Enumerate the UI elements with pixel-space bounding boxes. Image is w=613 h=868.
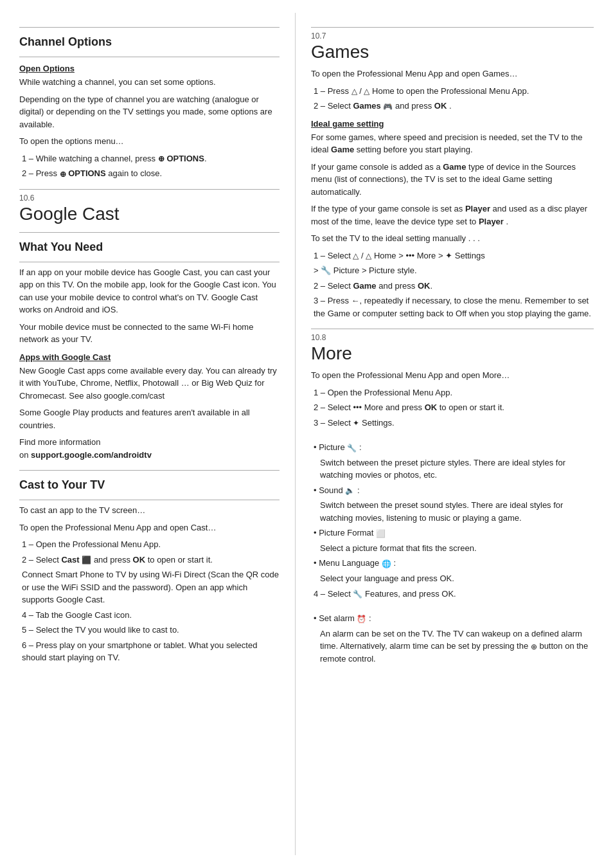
- channel-options-section: Channel Options Open Options While watch…: [19, 27, 280, 180]
- more-step4-pre: 4 – Select: [314, 589, 353, 599]
- cast-step3: Connect Smart Phone to TV by using Wi-Fi…: [19, 568, 280, 606]
- step1-num: 1 – While watching a channel, press: [22, 154, 155, 163]
- left-column: Channel Options Open Options While watch…: [0, 13, 296, 855]
- cast-to-tv-section: Cast to Your TV To cast an app to the TV…: [19, 470, 280, 664]
- google-cast-title: Google Cast: [19, 204, 280, 224]
- bullet4-post: :: [393, 558, 396, 568]
- home-icon-4: △: [366, 250, 371, 262]
- games-manual-step3: 3 – Press ←, repeatedly if necessary, to…: [311, 294, 594, 320]
- cast-step4-text: Tab the Google Cast icon.: [35, 610, 132, 620]
- more-bullet5-desc: An alarm can be set on the TV. The TV ca…: [311, 628, 594, 665]
- bullet1-pre: • Picture: [314, 442, 347, 452]
- games-manual-step1: 1 – Select △ / △ Home > ••• More > ✦ Set…: [311, 249, 594, 262]
- features-icon: 🔧: [353, 588, 362, 600]
- cast-rule-sub: [19, 500, 280, 500]
- open-options-subhead: Open Options: [19, 64, 280, 73]
- options-label-1: OPTIONS: [166, 154, 204, 163]
- games-rule-top: [311, 27, 594, 28]
- cast-step5-text: Select the TV you would like to cast to.: [36, 625, 179, 635]
- more-step2: 2 – Select ••• More and press OK to open…: [311, 401, 594, 414]
- games-step1-post: Home to open the Professional Menu App.: [372, 86, 529, 96]
- channel-para2: Depending on the type of channel you are…: [19, 93, 280, 131]
- channel-para1: While watching a channel, you can set so…: [19, 76, 280, 89]
- games-title: Games: [311, 42, 594, 62]
- gc-rule-sub2: [19, 262, 280, 262]
- more-intro: To open the Professional Menu App and op…: [311, 369, 594, 382]
- more-rule-top: [311, 329, 594, 329]
- top-rule: [19, 27, 280, 28]
- more-step3-pre: 3 – Select: [314, 418, 353, 428]
- gc-apps-para2: Some Google Play products and features a…: [19, 406, 280, 431]
- bullet5-desc-text: An alarm can be set on the TV. The TV ca…: [320, 629, 588, 664]
- games-step1: 1 – Press △ / △ Home to open the Profess…: [311, 85, 594, 98]
- games-label: Games: [353, 101, 380, 111]
- more-title: More: [311, 343, 594, 364]
- home-icon-3: △: [353, 250, 359, 262]
- more-bullet3: • Picture Format ⬜: [311, 527, 594, 539]
- cast-bold: Cast: [61, 555, 79, 565]
- ideal-para1: For some games, where speed and precisio…: [311, 131, 594, 156]
- format-icon: ⬜: [376, 528, 386, 539]
- bullet4-desc-text: Select your language and press OK.: [320, 574, 454, 583]
- more-step2-pre: 2 – Select ••• More and press: [314, 402, 425, 412]
- gm-step3-text: 3 – Press ←, repeatedly if necessary, to…: [314, 296, 591, 318]
- gc-rule-top: [19, 189, 280, 190]
- ideal-para3: If the type of your game console is set …: [311, 203, 594, 228]
- find-more-text: Find more information: [19, 437, 100, 447]
- more-step2-post: to open or start it.: [440, 402, 504, 412]
- gm-step1-post: Home > ••• More > ✦ Settings: [374, 251, 485, 260]
- sub-rule: [19, 57, 280, 57]
- gc-find-more: Find more information on support.google.…: [19, 436, 280, 461]
- more-bullet4: • Menu Language 🌐 :: [311, 557, 594, 570]
- bullet3-desc-text: Select a picture format that fits the sc…: [320, 543, 477, 553]
- cast-step6: 6 – Press play on your smartphone or tab…: [19, 639, 280, 664]
- gm-step1b-text: > 🔧 Picture > Picture style.: [314, 266, 417, 275]
- cast-step2-pre: 2 – Select: [22, 555, 61, 565]
- games-section: 10.7 Games To open the Professional Menu…: [311, 27, 594, 320]
- cast-rule-top: [19, 470, 280, 471]
- bullet2-post: :: [357, 485, 360, 495]
- bullet2-pre: • Sound: [314, 485, 345, 495]
- gm-step1-text: 1 – Select: [314, 251, 353, 260]
- home-icon-1: △: [351, 86, 357, 97]
- section-108: 10.8: [311, 333, 594, 342]
- channel-para3: To open the options menu…: [19, 135, 280, 148]
- support-link: support.google.com/androidtv: [31, 450, 152, 460]
- cast-step1-text: 1 – Open the Professional Menu App.: [22, 539, 161, 549]
- channel-options-title: Channel Options: [19, 35, 280, 49]
- more-bullet3-desc: Select a picture format that fits the sc…: [311, 542, 594, 555]
- gm-step2-pre: 2 – Select: [314, 281, 353, 291]
- games-manual-step2: 2 – Select Game and press OK.: [311, 280, 594, 293]
- channel-step2: 2 – Press ⊕ OPTIONS again to close.: [19, 167, 280, 180]
- more-bullet1-desc: Switch between the preset picture styles…: [311, 457, 594, 482]
- games-step1-sep: /: [359, 86, 364, 96]
- gc-rule-sub: [19, 232, 280, 233]
- channel-step1: 1 – While watching a channel, press ⊕ OP…: [19, 152, 280, 165]
- remote-icon: ⊕: [531, 641, 537, 653]
- options-label-2: OPTIONS: [68, 168, 106, 178]
- cast-step5: 5 – Select the TV you would like to cast…: [19, 624, 280, 637]
- cast-para1: To cast an app to the TV screen…: [19, 504, 280, 517]
- what-you-need-title: What You Need: [19, 240, 280, 254]
- games-step2: 2 – Select Games 🎮 and press OK .: [311, 100, 594, 113]
- more-bullet4-desc: Select your language and press OK.: [311, 572, 594, 585]
- bullet4-pre: • Menu Language: [314, 558, 382, 568]
- more-step3: 3 – Select ✦ Settings.: [311, 417, 594, 429]
- cast-step1: 1 – Open the Professional Menu App.: [19, 538, 280, 551]
- more-bullet1: • Picture 🔧 :: [311, 441, 594, 454]
- bullet3-pre: • Picture Format: [314, 528, 376, 538]
- picture-icon: 🔧: [347, 442, 357, 454]
- find-more-on: on: [19, 450, 28, 460]
- gc-para1: If an app on your mobile device has Goog…: [19, 266, 280, 316]
- games-controller-icon: 🎮: [383, 101, 393, 113]
- gc-para2: Your mobile device must be connected to …: [19, 321, 280, 346]
- apps-subhead: Apps with Google Cast: [19, 352, 280, 362]
- cast-para2: To open the Professional Menu App and op…: [19, 521, 280, 534]
- cast-step5-num: 5 –: [22, 625, 36, 635]
- bullet1-post: :: [359, 442, 362, 452]
- cast-step3-text: Connect Smart Phone to TV by using Wi-Fi…: [22, 570, 279, 604]
- games-step2-pre: 2 – Select: [314, 101, 353, 111]
- cast-step6-text: Press play on your smartphone or tablet.…: [22, 640, 257, 663]
- google-cast-section: 10.6 Google Cast What You Need If an app…: [19, 189, 280, 462]
- bullet2-desc-text: Switch between the preset sound styles. …: [320, 500, 563, 523]
